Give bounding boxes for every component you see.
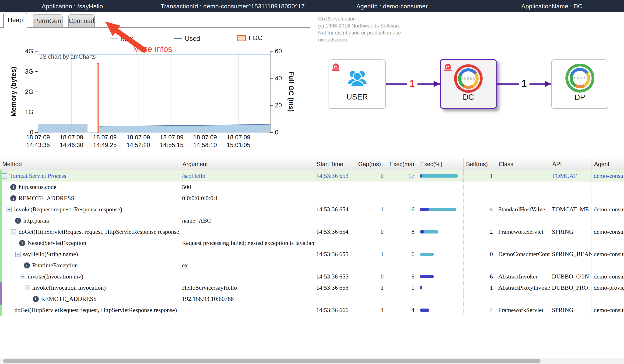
agent-color-stripe bbox=[0, 282, 2, 293]
column-header[interactable]: Method bbox=[0, 158, 180, 170]
exec-percent-cell bbox=[418, 260, 464, 271]
argument-cell bbox=[180, 271, 314, 282]
collapse-toggle[interactable]: − bbox=[11, 229, 16, 234]
method-cell: −invoke(Invocation invocation) bbox=[0, 282, 180, 293]
table-row[interactable]: −invoke(Invocation invocation)HelloServi… bbox=[0, 282, 624, 293]
collapse-toggle[interactable]: − bbox=[6, 207, 12, 212]
table-row[interactable]: −Tomcat Servlet Process/sayHello14:53:36… bbox=[0, 170, 624, 182]
collapse-toggle[interactable]: − bbox=[25, 285, 30, 290]
gap-ms-cell bbox=[356, 182, 387, 193]
exec-percent-cell bbox=[418, 293, 464, 305]
self-ms-cell bbox=[464, 293, 496, 305]
y-tick-label: 2G bbox=[25, 88, 33, 95]
x-tick-label: 18.07.0914:46:30 bbox=[60, 134, 83, 148]
argument-cell bbox=[180, 226, 314, 237]
collapse-toggle[interactable]: − bbox=[20, 274, 25, 279]
annotation-text: More infos bbox=[133, 44, 172, 54]
fgc-bar bbox=[97, 63, 99, 132]
column-header[interactable]: API bbox=[550, 158, 592, 170]
column-header[interactable]: Self(ms) bbox=[464, 158, 496, 170]
class-cell: DemoConsumerContr… bbox=[496, 249, 550, 260]
api-cell: DUBBO_CON… bbox=[550, 271, 592, 282]
table-row[interactable]: −doGet(HttpServletRequest request, HttpS… bbox=[0, 226, 624, 237]
exec-percent-cell bbox=[418, 282, 464, 293]
self-ms-cell bbox=[464, 260, 496, 271]
table-row[interactable]: iREMOTE_ADDRESS0:0:0:0:0:0:0:1 bbox=[0, 193, 624, 204]
agent-color-stripe bbox=[0, 193, 2, 204]
column-header[interactable]: Argument bbox=[180, 158, 314, 170]
tab-permgen[interactable]: PermGen bbox=[33, 14, 63, 27]
legend-item-fgc[interactable]: FGC bbox=[237, 34, 262, 42]
table-row[interactable]: iREMOTE_ADDRESS192.168.93.10:60788 bbox=[0, 293, 624, 305]
exec-ms-cell: 4 bbox=[387, 305, 418, 316]
table-row[interactable]: ihttp.paramname=ABC bbox=[0, 215, 624, 226]
table-row[interactable]: iRuntimeExceptionex bbox=[0, 260, 624, 271]
alarm-icon bbox=[444, 63, 452, 72]
agent-cell bbox=[592, 260, 624, 271]
exec-percent-bar bbox=[420, 275, 463, 278]
start-time-cell bbox=[314, 237, 356, 249]
agent-color-stripe bbox=[0, 271, 2, 282]
method-cell: iNestedServletException bbox=[0, 237, 180, 249]
exec-percent-cell bbox=[418, 249, 464, 260]
node-dc[interactable]: DUBBO DC bbox=[440, 59, 496, 109]
used-line-swatch bbox=[174, 38, 182, 39]
gap-ms-cell bbox=[356, 260, 387, 271]
agent-color-stripe bbox=[0, 260, 2, 271]
legend-item-used[interactable]: Used bbox=[174, 35, 200, 43]
dubbo-icon: DUBBO bbox=[454, 64, 483, 93]
agent-color-stripe bbox=[0, 182, 2, 193]
column-header[interactable]: Class bbox=[496, 158, 550, 170]
start-time-cell: 14:53:36 654 bbox=[314, 226, 356, 237]
exec-percent-bar bbox=[420, 253, 463, 256]
node-dp[interactable]: DUBBO DP bbox=[551, 59, 608, 109]
exec-percent-bar bbox=[420, 286, 463, 289]
method-name: invoke(Invocation inv) bbox=[27, 273, 83, 280]
column-header[interactable]: Exec(ms) bbox=[387, 158, 418, 170]
method-name: REMOTE_ADDRESS bbox=[19, 195, 74, 202]
api-cell: TOMCAT bbox=[550, 170, 592, 182]
argument-cell: 192.168.93.10:60788 bbox=[180, 293, 314, 305]
dubbo-logo-text: DUBBO bbox=[461, 71, 476, 86]
column-header[interactable]: Agent bbox=[592, 158, 624, 170]
method-name: doGet(HttpServletRequest request, HttpSe… bbox=[14, 307, 177, 314]
api-cell bbox=[550, 182, 592, 193]
column-header[interactable]: Exec(%) bbox=[418, 158, 464, 170]
exec-percent-bar bbox=[420, 309, 463, 312]
collapse-toggle[interactable]: − bbox=[2, 173, 7, 179]
method-cell: ihttp.param bbox=[0, 215, 180, 226]
class-cell: FrameworkServlet bbox=[496, 226, 550, 237]
dubbo-icon: DUBBO bbox=[565, 64, 594, 92]
self-ms-cell: 1 bbox=[464, 170, 496, 182]
api-cell: TOMCAT_ME… bbox=[550, 204, 592, 215]
column-header[interactable]: Gap(ms) bbox=[356, 158, 387, 170]
column-header[interactable]: Start Time bbox=[314, 158, 356, 170]
horizontal-scrollbar-thumb[interactable] bbox=[3, 359, 541, 363]
chart-credit: JS chart by amCharts bbox=[40, 53, 96, 60]
self-ms-cell bbox=[464, 215, 496, 226]
table-row[interactable]: −invoke(Invocation inv)14:53:36 655066Ab… bbox=[0, 271, 624, 282]
agent-cell: demo-consumer bbox=[592, 249, 624, 260]
table-row[interactable]: doGet(HttpServletRequest request, HttpSe… bbox=[0, 305, 624, 316]
node-label-dp: DP bbox=[552, 93, 608, 102]
info-icon: i bbox=[24, 262, 30, 269]
method-cell: iRuntimeException bbox=[0, 260, 180, 271]
table-row[interactable]: iNestedServletExceptionRequest processin… bbox=[0, 237, 624, 249]
method-cell: ihttp.status.code bbox=[0, 182, 180, 193]
collapse-toggle[interactable]: − bbox=[15, 252, 21, 257]
exec-ms-cell bbox=[387, 260, 418, 271]
tab-heap[interactable]: Heap bbox=[3, 13, 27, 28]
table-row[interactable]: −invoke(Request request, Response respon… bbox=[0, 204, 624, 215]
info-icon: i bbox=[19, 240, 25, 246]
table-row[interactable]: ihttp.status.code500 bbox=[0, 182, 624, 193]
table-row[interactable]: −sayHello(String name)14:53:36 655160Dem… bbox=[0, 249, 624, 260]
exec-percent-cell bbox=[418, 204, 464, 215]
self-ms-cell bbox=[464, 193, 496, 204]
used-area bbox=[38, 125, 87, 132]
self-ms-cell: 6 bbox=[464, 271, 496, 282]
api-cell bbox=[550, 215, 592, 226]
agent-color-stripe bbox=[0, 204, 2, 215]
agent-cell: demo-consumer bbox=[592, 226, 624, 237]
tab-cpuload[interactable]: CpuLoad bbox=[68, 14, 95, 27]
node-user[interactable]: USER bbox=[329, 59, 386, 109]
